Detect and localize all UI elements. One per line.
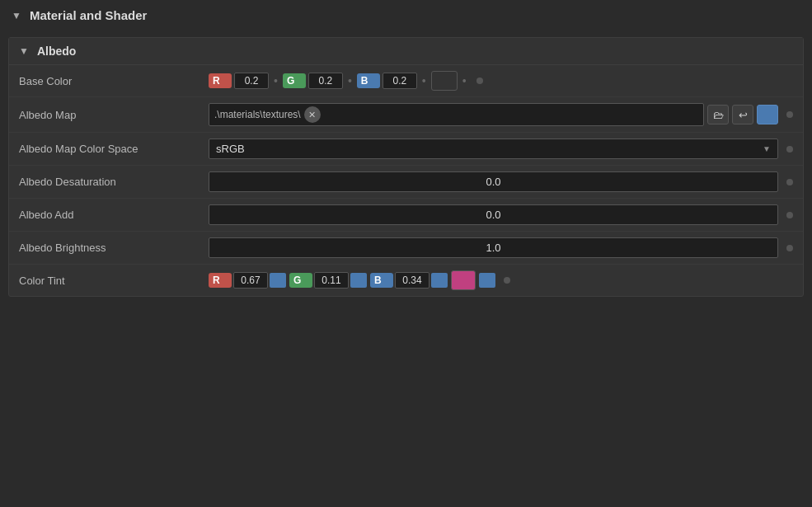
albedo-brightness-row: Albedo Brightness (9, 232, 803, 265)
base-color-label: Base Color (19, 75, 209, 87)
albedo-desaturation-label: Albedo Desaturation (19, 176, 209, 188)
material-shader-panel: ▼ Material and Shader ▼ Albedo Base Colo… (0, 0, 812, 297)
row-indicator-6 (786, 245, 793, 251)
browse-folder-btn[interactable]: 🗁 (707, 105, 729, 124)
albedo-label: Albedo (37, 45, 76, 58)
row-indicator (476, 77, 483, 84)
dot-4: • (462, 74, 467, 87)
row-indicator-5 (786, 212, 793, 218)
r-channel-group: R (209, 73, 269, 89)
r-channel-input[interactable] (234, 73, 269, 89)
g-channel-btn[interactable]: G (283, 73, 306, 88)
albedo-add-label: Albedo Add (19, 209, 209, 221)
dot-1: • (274, 74, 278, 87)
row-indicator-2 (786, 111, 793, 118)
albedo-map-controls: .\materials\textures\ ✕ 🗁 ↩ (209, 103, 793, 126)
tint-r-input[interactable] (233, 272, 268, 289)
tint-r-dot[interactable] (270, 273, 286, 288)
base-color-row: Base Color R • G • B • • (9, 65, 803, 97)
folder-icon: 🗁 (713, 109, 724, 121)
clear-texture-btn[interactable]: ✕ (304, 106, 321, 123)
colorspace-dropdown[interactable]: sRGB ▼ (209, 138, 778, 159)
dot-3: • (422, 74, 426, 87)
tint-g-btn[interactable]: G (289, 273, 312, 288)
albedo-desaturation-input[interactable] (209, 171, 778, 192)
row-indicator-7 (504, 277, 510, 284)
albedo-header[interactable]: ▼ Albedo (9, 38, 803, 65)
b-channel-btn[interactable]: B (357, 73, 380, 88)
color-tint-row: Color Tint R G B (9, 265, 803, 296)
albedo-map-label: Albedo Map (19, 109, 209, 121)
tint-b-input[interactable] (395, 272, 429, 289)
base-color-controls: R • G • B • • (209, 71, 793, 91)
tint-link-dot[interactable] (479, 273, 495, 288)
tint-b-dot[interactable] (431, 273, 448, 288)
albedo-subsection: ▼ Albedo Base Color R • G • B (8, 37, 804, 297)
dropdown-arrow-icon: ▼ (763, 144, 771, 153)
r-channel-btn[interactable]: R (209, 73, 232, 88)
section-title: Material and Shader (30, 8, 148, 22)
color-tint-label: Color Tint (19, 275, 209, 287)
b-channel-group: B (357, 73, 417, 89)
section-arrow: ▼ (12, 10, 21, 21)
base-color-preview[interactable] (431, 71, 458, 91)
row-indicator-4 (786, 179, 793, 185)
g-channel-group: G (283, 73, 343, 89)
albedo-map-row: Albedo Map .\materials\textures\ ✕ 🗁 ↩ (9, 97, 803, 133)
tint-b-btn[interactable]: B (370, 273, 393, 288)
section-header[interactable]: ▼ Material and Shader (0, 0, 812, 31)
albedo-add-input[interactable] (209, 204, 778, 225)
albedo-add-controls (209, 204, 793, 225)
tint-g-dot[interactable] (350, 273, 367, 288)
tint-g-input[interactable] (314, 272, 349, 289)
tint-r-btn[interactable]: R (209, 273, 232, 288)
albedo-desaturation-controls (209, 171, 793, 192)
albedo-map-link-btn[interactable] (757, 105, 778, 124)
colorspace-value: sRGB (216, 143, 245, 155)
albedo-colorspace-label: Albedo Map Color Space (19, 143, 209, 155)
tint-g-group: G (289, 272, 367, 289)
albedo-brightness-label: Albedo Brightness (19, 242, 209, 254)
dot-2: • (348, 74, 352, 87)
row-indicator-3 (786, 146, 793, 153)
share-btn[interactable]: ↩ (732, 105, 753, 124)
g-channel-input[interactable] (308, 73, 343, 89)
tint-color-preview[interactable] (451, 270, 476, 290)
albedo-colorspace-controls: sRGB ▼ (209, 138, 793, 159)
albedo-brightness-controls (209, 237, 793, 258)
b-channel-input[interactable] (383, 73, 417, 89)
clear-icon: ✕ (308, 110, 316, 120)
albedo-add-row: Albedo Add (9, 199, 803, 232)
albedo-desaturation-row: Albedo Desaturation (9, 166, 803, 199)
share-icon: ↩ (739, 109, 748, 121)
color-tint-controls: R G B (209, 270, 793, 290)
albedo-colorspace-row: Albedo Map Color Space sRGB ▼ (9, 133, 803, 166)
albedo-arrow: ▼ (19, 45, 29, 57)
albedo-brightness-input[interactable] (209, 237, 778, 258)
tint-b-group: B (370, 272, 448, 289)
tint-r-group: R (209, 272, 286, 289)
texture-path-text: .\materials\textures\ (214, 109, 301, 120)
texture-path-field[interactable]: .\materials\textures\ ✕ (209, 103, 704, 126)
